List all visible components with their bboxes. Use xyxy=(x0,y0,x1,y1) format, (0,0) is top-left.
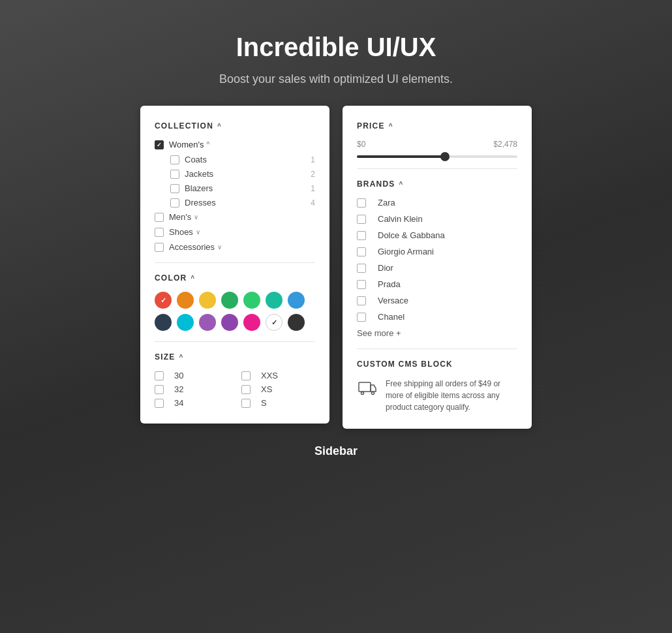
womens-category-row[interactable]: Women's ^ xyxy=(155,140,315,149)
color-red[interactable] xyxy=(155,292,172,309)
size-chevron-icon: ^ xyxy=(179,354,183,361)
brand-dolce-gabbana[interactable]: Dolce & Gabbana xyxy=(357,230,517,240)
size-xxs[interactable]: XXS xyxy=(241,371,315,380)
color-orange[interactable] xyxy=(177,292,194,309)
collection-chevron-icon: ^ xyxy=(217,123,222,130)
price-min: $0 xyxy=(357,140,365,149)
size-34-checkbox[interactable] xyxy=(155,399,164,408)
divider-3 xyxy=(357,168,517,169)
womens-checkbox[interactable] xyxy=(155,140,164,149)
calvin-klein-checkbox[interactable] xyxy=(357,215,366,224)
dolce-gabbana-checkbox[interactable] xyxy=(357,231,366,240)
color-dark-navy[interactable] xyxy=(155,314,172,331)
giorgio-armani-checkbox[interactable] xyxy=(357,247,366,256)
blazers-checkbox[interactable] xyxy=(170,184,179,193)
size-s-checkbox[interactable] xyxy=(241,399,251,408)
color-section-header[interactable]: COLOR ^ xyxy=(155,273,315,283)
page-subtitle: Boost your sales with optimized UI eleme… xyxy=(219,72,453,86)
subcategory-dresses[interactable]: Dresses 4 xyxy=(170,198,315,208)
versace-checkbox[interactable] xyxy=(357,296,366,305)
brands-chevron-icon: ^ xyxy=(399,181,404,188)
color-teal[interactable] xyxy=(266,292,283,309)
womens-chevron-icon: ^ xyxy=(207,141,210,148)
color-blue[interactable] xyxy=(288,292,305,309)
brand-dior[interactable]: Dior xyxy=(357,263,517,273)
brands-section-header[interactable]: BRANDS ^ xyxy=(357,179,517,189)
price-chevron-icon: ^ xyxy=(389,123,393,130)
footer-label: Sidebar xyxy=(314,444,358,458)
dior-checkbox[interactable] xyxy=(357,264,366,273)
dresses-checkbox[interactable] xyxy=(170,198,179,208)
mens-checkbox[interactable] xyxy=(155,213,164,222)
color-cyan[interactable] xyxy=(177,314,194,331)
size-32[interactable]: 32 xyxy=(155,384,228,394)
brand-prada[interactable]: Prada xyxy=(357,279,517,289)
svg-point-1 xyxy=(361,392,364,395)
size-section-header[interactable]: SIZE ^ xyxy=(155,352,315,362)
accessories-chevron-icon: ∨ xyxy=(217,243,222,251)
jackets-checkbox[interactable] xyxy=(170,170,179,179)
cms-text: Free shipping all orders of $49 or more … xyxy=(386,378,517,413)
womens-subcategory-list: Coats 1 Jackets 2 Blazers 1 Dresses 4 xyxy=(170,155,315,208)
collection-section-header[interactable]: COLLECTION ^ xyxy=(155,121,315,131)
shoes-checkbox[interactable] xyxy=(155,228,164,237)
price-slider-thumb[interactable] xyxy=(440,152,450,161)
size-xs[interactable]: XS xyxy=(241,384,315,394)
womens-label: Women's ^ xyxy=(169,140,209,149)
right-panel: PRICE ^ $0 $2,478 BRANDS ^ Zara Calvin K… xyxy=(343,106,532,429)
price-section-header[interactable]: PRICE ^ xyxy=(357,121,517,131)
mens-label: Men's ∨ xyxy=(169,212,198,222)
see-more-button[interactable]: See more + xyxy=(357,328,517,338)
coats-checkbox[interactable] xyxy=(170,155,179,164)
divider-2 xyxy=(155,341,315,342)
brand-chanel[interactable]: Chanel xyxy=(357,312,517,322)
color-pink[interactable] xyxy=(243,314,260,331)
color-yellow[interactable] xyxy=(199,292,216,309)
color-black[interactable] xyxy=(288,314,305,331)
accessories-checkbox[interactable] xyxy=(155,243,164,252)
shoes-chevron-icon: ∨ xyxy=(196,228,200,236)
shoes-label: Shoes ∨ xyxy=(169,227,200,237)
size-30[interactable]: 30 xyxy=(155,371,228,380)
color-chevron-icon: ^ xyxy=(191,275,195,282)
color-violet[interactable] xyxy=(199,314,216,331)
subcategory-jackets[interactable]: Jackets 2 xyxy=(170,169,315,179)
subcategory-coats[interactable]: Coats 1 xyxy=(170,155,315,164)
page-header: Incredible UI/UX Boost your sales with o… xyxy=(219,33,453,86)
size-s[interactable]: S xyxy=(241,398,315,408)
zara-checkbox[interactable] xyxy=(357,198,366,208)
subcategory-blazers[interactable]: Blazers 1 xyxy=(170,183,315,193)
brand-zara[interactable]: Zara xyxy=(357,198,517,208)
brand-calvin-klein[interactable]: Calvin Klein xyxy=(357,214,517,224)
size-32-checkbox[interactable] xyxy=(155,385,164,394)
size-xxs-checkbox[interactable] xyxy=(241,371,251,380)
color-green[interactable] xyxy=(243,292,260,309)
price-slider-fill xyxy=(357,155,445,158)
mens-category-row[interactable]: Men's ∨ xyxy=(155,212,315,222)
shoes-category-row[interactable]: Shoes ∨ xyxy=(155,227,315,237)
cms-block: Free shipping all orders of $49 or more … xyxy=(357,378,517,413)
price-slider[interactable] xyxy=(357,155,517,158)
mens-chevron-icon: ∨ xyxy=(194,213,198,221)
size-34[interactable]: 34 xyxy=(155,398,228,408)
accessories-category-row[interactable]: Accessories ∨ xyxy=(155,242,315,252)
price-max: $2,478 xyxy=(493,140,517,149)
color-white[interactable] xyxy=(266,314,283,331)
color-grid xyxy=(155,292,315,331)
price-range-labels: $0 $2,478 xyxy=(357,140,517,149)
shipping-icon xyxy=(357,378,378,399)
size-xs-checkbox[interactable] xyxy=(241,385,251,394)
brand-giorgio-armani[interactable]: Giorgio Armani xyxy=(357,247,517,256)
svg-rect-0 xyxy=(359,382,371,392)
page-title: Incredible UI/UX xyxy=(219,33,453,62)
brand-versace[interactable]: Versace xyxy=(357,296,517,305)
prada-checkbox[interactable] xyxy=(357,280,366,289)
size-30-checkbox[interactable] xyxy=(155,371,164,380)
color-purple[interactable] xyxy=(221,314,238,331)
color-dark-green[interactable] xyxy=(221,292,238,309)
chanel-checkbox[interactable] xyxy=(357,313,366,322)
size-grid: 30 XXS 32 XS 34 S xyxy=(155,371,315,408)
svg-point-2 xyxy=(372,392,374,395)
cms-section-header: CUSTOM CMS BLOCK xyxy=(357,360,517,369)
left-panel: COLLECTION ^ Women's ^ Coats 1 Jackets 2 xyxy=(140,106,329,424)
